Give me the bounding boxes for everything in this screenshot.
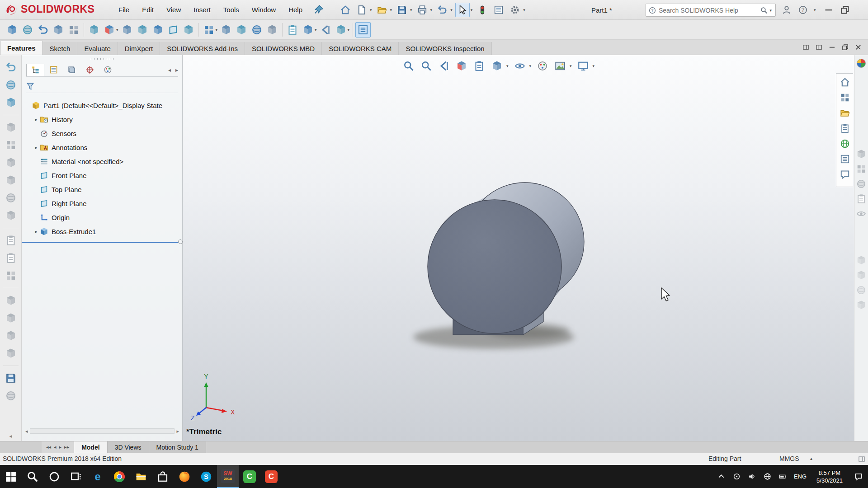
- cad-tool-icon[interactable]: [35, 22, 51, 38]
- tree-root[interactable]: ▸ Part1 (Default<<Default>_Display State: [22, 99, 183, 113]
- tool-dropdown[interactable]: ▾: [116, 28, 118, 32]
- menu-tools[interactable]: Tools: [217, 0, 245, 19]
- cad-tool-icon[interactable]: [300, 22, 316, 38]
- doc-restore-icon[interactable]: [842, 44, 849, 51]
- cad-tool-icon[interactable]: [318, 22, 333, 38]
- status-pane-icon[interactable]: [858, 455, 865, 463]
- tab-cam[interactable]: SOLIDWORKS CAM: [322, 42, 399, 55]
- save-dropdown[interactable]: ▾: [410, 8, 412, 12]
- firefox-icon[interactable]: [174, 465, 195, 488]
- left-tool-icon[interactable]: [4, 61, 18, 74]
- view-settings-dropdown[interactable]: ▾: [593, 64, 595, 68]
- filter-funnel-icon[interactable]: [26, 82, 34, 90]
- left-tool-icon[interactable]: [4, 347, 18, 360]
- select-button[interactable]: [455, 3, 470, 17]
- right-tool-icon[interactable]: [856, 209, 866, 219]
- left-toolbar-scroll[interactable]: ◂: [9, 433, 12, 439]
- left-tool-icon[interactable]: [4, 234, 18, 247]
- right-tool-icon[interactable]: [856, 270, 866, 280]
- print-dropdown[interactable]: ▾: [430, 8, 433, 12]
- print-button[interactable]: [415, 3, 429, 17]
- file-explorer-icon[interactable]: [840, 108, 850, 118]
- tab-scroll-next[interactable]: ▸: [59, 444, 62, 450]
- right-tool-icon[interactable]: [856, 149, 866, 159]
- dimxpert-manager-tab[interactable]: [80, 64, 99, 76]
- new-document-button[interactable]: [354, 3, 369, 17]
- scroll-left-arrow[interactable]: ◂: [25, 428, 28, 434]
- cad-tool-icon[interactable]: [135, 22, 150, 38]
- units-label[interactable]: MMGS: [779, 455, 799, 462]
- annotation-view-icon[interactable]: [472, 59, 486, 73]
- left-tool-icon[interactable]: [4, 209, 18, 222]
- viewport-canvas[interactable]: Y X Z: [183, 55, 836, 441]
- home-button[interactable]: [338, 3, 353, 17]
- cad-tool-icon[interactable]: [66, 22, 81, 38]
- cad-tool-icon[interactable]: [150, 22, 165, 38]
- options-dropdown[interactable]: ▾: [523, 8, 525, 12]
- display-style-icon[interactable]: [490, 59, 504, 73]
- tab-3d-views[interactable]: 3D Views: [108, 441, 149, 453]
- tab-evaluate[interactable]: Evaluate: [77, 42, 118, 55]
- pane-left-icon[interactable]: [802, 44, 809, 51]
- zoom-to-fit-icon[interactable]: [401, 59, 416, 73]
- properties-button[interactable]: [491, 3, 506, 17]
- scroll-track[interactable]: [30, 428, 175, 434]
- edit-appearance-icon[interactable]: [535, 59, 550, 73]
- tree-item-origin[interactable]: ▸ Origin: [22, 211, 183, 225]
- camtasia-icon[interactable]: C: [239, 465, 260, 488]
- undo-dropdown[interactable]: ▾: [450, 8, 453, 12]
- panel-tab-scroll-right[interactable]: ▸: [175, 67, 178, 73]
- cad-tool-icon[interactable]: [102, 22, 117, 38]
- tree-item-sensors[interactable]: ▸ Sensors: [22, 127, 183, 141]
- tab-dimxpert[interactable]: DimXpert: [118, 42, 160, 55]
- new-document-dropdown[interactable]: ▾: [370, 8, 372, 12]
- tab-motion-study[interactable]: Motion Study 1: [149, 441, 206, 453]
- tree-item-front-plane[interactable]: ▸ Front Plane: [22, 169, 183, 183]
- section-view-icon[interactable]: [454, 59, 469, 73]
- skype-icon[interactable]: S: [195, 465, 217, 488]
- right-tool-icon[interactable]: [856, 300, 866, 310]
- design-library-icon[interactable]: [840, 93, 850, 103]
- tree-item-right-plane[interactable]: ▸ Right Plane: [22, 197, 183, 211]
- select-dropdown[interactable]: ▾: [471, 8, 473, 12]
- solidworks-resources-icon[interactable]: [840, 77, 850, 87]
- menu-edit[interactable]: Edit: [136, 0, 160, 19]
- right-tool-icon[interactable]: [856, 255, 866, 265]
- cad-tool-icon[interactable]: [333, 22, 349, 38]
- cad-tool-icon[interactable]: [86, 22, 102, 38]
- cad-tool-icon[interactable]: [249, 22, 264, 38]
- tray-app-icon[interactable]: [729, 465, 744, 488]
- menu-help[interactable]: Help: [282, 0, 309, 19]
- tool-dropdown[interactable]: ▾: [348, 28, 350, 32]
- tab-addins[interactable]: SOLIDWORKS Add-Ins: [160, 42, 245, 55]
- left-tool-icon[interactable]: [4, 121, 18, 134]
- task-view-icon[interactable]: [65, 465, 87, 488]
- units-dropdown-arrow[interactable]: ▴: [810, 456, 812, 461]
- tree-item-history[interactable]: ▸ History: [22, 113, 183, 127]
- right-tool-icon[interactable]: [856, 179, 866, 189]
- chrome-icon[interactable]: [108, 465, 130, 488]
- menu-file[interactable]: File: [112, 0, 136, 19]
- display-manager-tab[interactable]: [99, 64, 117, 76]
- cad-tool-icon[interactable]: [285, 22, 300, 38]
- cad-tool-icon[interactable]: [181, 22, 196, 38]
- right-tool-icon[interactable]: [856, 194, 866, 204]
- left-tool-icon[interactable]: [4, 156, 18, 169]
- tab-features[interactable]: Features: [0, 41, 43, 55]
- edge-icon[interactable]: e: [87, 465, 108, 488]
- user-icon[interactable]: [782, 5, 791, 14]
- volume-icon[interactable]: [744, 465, 760, 488]
- custom-properties-icon[interactable]: [840, 154, 850, 164]
- tool-dropdown[interactable]: ▾: [315, 28, 317, 32]
- panel-splitter-knob[interactable]: [178, 239, 183, 244]
- apply-scene-icon[interactable]: [553, 59, 567, 73]
- microsoft-store-icon[interactable]: [152, 465, 174, 488]
- appearances-icon[interactable]: [840, 139, 850, 149]
- cad-tool-icon[interactable]: [51, 22, 66, 38]
- cad-tool-icon[interactable]: [234, 22, 249, 38]
- left-tool-icon[interactable]: [4, 269, 18, 282]
- left-tool-icon[interactable]: [4, 294, 18, 307]
- previous-view-icon[interactable]: [437, 59, 451, 73]
- battery-icon[interactable]: [775, 465, 790, 488]
- taskbar-clock[interactable]: 8:57 PM 5/30/2021: [810, 469, 849, 484]
